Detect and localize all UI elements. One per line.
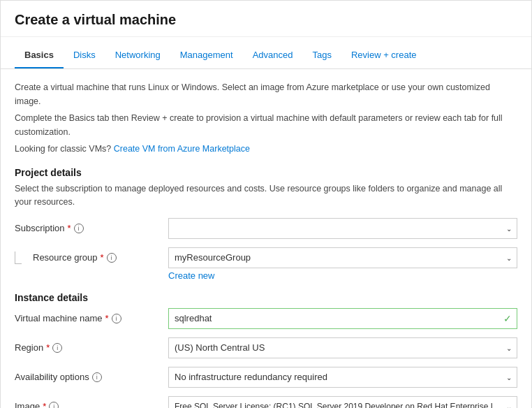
vm-name-label: Virtual machine name * i: [15, 313, 168, 323]
instance-details-title: Instance details: [15, 292, 517, 303]
create-vm-link[interactable]: Create VM from Azure Marketplace: [114, 144, 250, 154]
page-header: Create a virtual machine: [1, 1, 531, 37]
image-control: Free SQL Server License: (RC1) SQL Serve…: [168, 396, 517, 409]
subscription-required: *: [68, 223, 71, 233]
region-label: Region * i: [15, 342, 168, 353]
resource-group-control: myResourceGroup ⌄: [168, 247, 517, 268]
subscription-label: Subscription * i: [15, 223, 168, 233]
vm-name-input-wrapper: ✓: [168, 308, 517, 329]
availability-row: Availability options i No infrastructure…: [15, 366, 517, 388]
content-area: Create a virtual machine that runs Linux…: [1, 69, 531, 408]
project-details-desc: Select the subscription to manage deploy…: [15, 182, 517, 209]
create-new-resource-group-link[interactable]: Create new: [168, 270, 517, 281]
region-required: *: [46, 342, 50, 353]
resource-group-required: *: [101, 252, 104, 263]
vm-name-info-icon[interactable]: i: [112, 314, 121, 323]
tab-disks[interactable]: Disks: [64, 43, 105, 68]
description-line3: Looking for classic VMs? Create VM from …: [15, 142, 517, 156]
resource-group-row: Resource group * i myResourceGroup ⌄: [15, 247, 517, 269]
availability-control: No infrastructure redundancy required ⌄: [168, 367, 517, 388]
image-select-wrapper: Free SQL Server License: (RC1) SQL Serve…: [168, 396, 517, 409]
resource-group-label-wrapper: Resource group * i: [15, 252, 168, 263]
resource-group-info-icon[interactable]: i: [107, 253, 117, 263]
subscription-info-icon[interactable]: i: [74, 224, 84, 233]
region-select[interactable]: (US) North Central US: [168, 337, 517, 358]
image-row: Image * i Free SQL Server License: (RC1)…: [15, 395, 517, 409]
subscription-row: Subscription * i ⌄: [15, 217, 517, 240]
availability-select[interactable]: No infrastructure redundancy required: [168, 367, 517, 388]
image-info-icon[interactable]: i: [49, 402, 59, 409]
page-title: Create a virtual machine: [15, 12, 517, 28]
tab-networking[interactable]: Networking: [105, 43, 170, 68]
vm-name-control: ✓: [168, 308, 517, 329]
region-select-wrapper: (US) North Central US ⌄: [168, 337, 517, 358]
tab-basics[interactable]: Basics: [15, 43, 64, 68]
region-row: Region * i (US) North Central US ⌄: [15, 337, 517, 359]
resource-group-select[interactable]: myResourceGroup: [168, 247, 517, 268]
vm-name-row: Virtual machine name * i ✓: [15, 307, 517, 330]
project-details-title: Project details: [15, 167, 517, 178]
subscription-select[interactable]: [168, 218, 517, 239]
tab-management[interactable]: Management: [170, 43, 243, 68]
tab-advanced[interactable]: Advanced: [243, 43, 303, 68]
availability-info-icon[interactable]: i: [92, 372, 102, 382]
description-line3-prefix: Looking for classic VMs?: [15, 144, 114, 154]
description-line1: Create a virtual machine that runs Linux…: [15, 80, 517, 108]
image-select[interactable]: Free SQL Server License: (RC1) SQL Serve…: [168, 396, 517, 409]
subscription-select-wrapper: ⌄: [168, 218, 517, 239]
resource-group-select-wrapper: myResourceGroup ⌄: [168, 247, 517, 268]
vm-name-input[interactable]: [168, 308, 517, 329]
region-info-icon[interactable]: i: [52, 343, 62, 353]
tabs-container: Basics Disks Networking Management Advan…: [1, 43, 531, 69]
image-label: Image * i: [15, 401, 168, 408]
description-line2: Complete the Basics tab then Review + cr…: [15, 111, 517, 139]
availability-label: Availability options i: [15, 372, 168, 382]
rg-indent-line: [15, 252, 22, 264]
rg-indent-spacer: [15, 252, 30, 263]
vm-name-required: *: [105, 313, 109, 323]
vm-name-check-icon: ✓: [503, 313, 512, 324]
availability-select-wrapper: No infrastructure redundancy required ⌄: [168, 367, 517, 388]
tab-review-create[interactable]: Review + create: [341, 43, 427, 68]
region-control: (US) North Central US ⌄: [168, 337, 517, 358]
image-required: *: [43, 401, 46, 408]
page-container: Create a virtual machine Basics Disks Ne…: [0, 0, 532, 408]
tab-tags[interactable]: Tags: [302, 43, 341, 68]
subscription-control: ⌄: [168, 218, 517, 239]
